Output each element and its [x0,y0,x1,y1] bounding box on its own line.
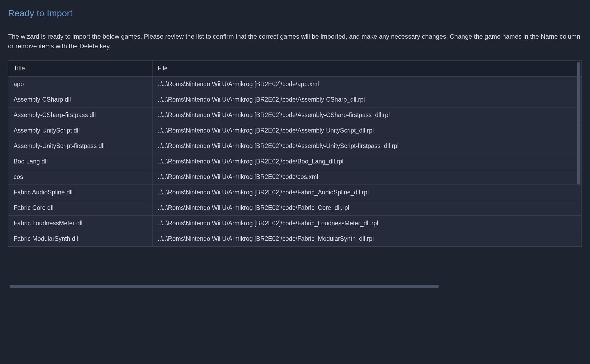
table-row[interactable]: Fabric LoudnessMeter dll ..\..\Roms\Nint… [8,216,582,231]
table-row[interactable]: Assembly-CSharp-firstpass dll ..\..\Roms… [8,107,582,123]
cell-file: ..\..\Roms\Nintendo Wii U\Armikrog [BR2E… [152,77,582,92]
page-title: Ready to Import [8,8,582,18]
cell-title[interactable]: Fabric AudioSpline dll [8,185,152,200]
cell-title[interactable]: Boo Lang dll [8,154,152,169]
cell-title[interactable]: app [8,77,152,92]
table-row[interactable]: cos ..\..\Roms\Nintendo Wii U\Armikrog [… [8,169,582,185]
table-row[interactable]: Boo Lang dll ..\..\Roms\Nintendo Wii U\A… [8,154,582,169]
cell-file: ..\..\Roms\Nintendo Wii U\Armikrog [BR2E… [152,123,582,138]
cell-file: ..\..\Roms\Nintendo Wii U\Armikrog [BR2E… [152,216,582,231]
cell-title[interactable]: Assembly-UnityScript-firstpass dll [8,138,152,154]
wizard-description: The wizard is ready to import the below … [8,32,582,51]
games-table: Title File app ..\..\Roms\Nintendo Wii U… [8,61,582,247]
cell-file: ..\..\Roms\Nintendo Wii U\Armikrog [BR2E… [152,154,582,169]
cell-title[interactable]: cos [8,169,152,185]
cell-file: ..\..\Roms\Nintendo Wii U\Armikrog [BR2E… [152,138,582,154]
cell-title[interactable]: Assembly-CSharp dll [8,92,152,107]
cell-title[interactable]: Assembly-UnityScript dll [8,123,152,138]
games-table-container: Title File app ..\..\Roms\Nintendo Wii U… [8,60,582,247]
cell-file: ..\..\Roms\Nintendo Wii U\Armikrog [BR2E… [152,107,582,123]
cell-title[interactable]: Fabric ModularSynth dll [8,231,152,247]
cell-file: ..\..\Roms\Nintendo Wii U\Armikrog [BR2E… [152,231,582,247]
table-row[interactable]: Assembly-CSharp dll ..\..\Roms\Nintendo … [8,92,582,107]
scrollbar-vertical[interactable] [577,62,580,185]
cell-file: ..\..\Roms\Nintendo Wii U\Armikrog [BR2E… [152,200,582,216]
cell-file: ..\..\Roms\Nintendo Wii U\Armikrog [BR2E… [152,92,582,107]
table-header-row: Title File [8,61,582,77]
scrollbar-horizontal[interactable] [10,285,439,288]
column-header-file[interactable]: File [152,61,582,77]
cell-title[interactable]: Fabric LoudnessMeter dll [8,216,152,231]
column-header-title[interactable]: Title [8,61,152,77]
table-row[interactable]: Fabric ModularSynth dll ..\..\Roms\Ninte… [8,231,582,247]
table-row[interactable]: app ..\..\Roms\Nintendo Wii U\Armikrog [… [8,77,582,92]
table-row[interactable]: Assembly-UnityScript-firstpass dll ..\..… [8,138,582,154]
table-body: app ..\..\Roms\Nintendo Wii U\Armikrog [… [8,77,582,247]
cell-file: ..\..\Roms\Nintendo Wii U\Armikrog [BR2E… [152,169,582,185]
table-row[interactable]: Fabric Core dll ..\..\Roms\Nintendo Wii … [8,200,582,216]
table-scroll-area: Title File app ..\..\Roms\Nintendo Wii U… [8,60,582,290]
cell-title[interactable]: Assembly-CSharp-firstpass dll [8,107,152,123]
cell-file: ..\..\Roms\Nintendo Wii U\Armikrog [BR2E… [152,185,582,200]
cell-title[interactable]: Fabric Core dll [8,200,152,216]
table-row[interactable]: Fabric AudioSpline dll ..\..\Roms\Ninten… [8,185,582,200]
table-row[interactable]: Assembly-UnityScript dll ..\..\Roms\Nint… [8,123,582,138]
